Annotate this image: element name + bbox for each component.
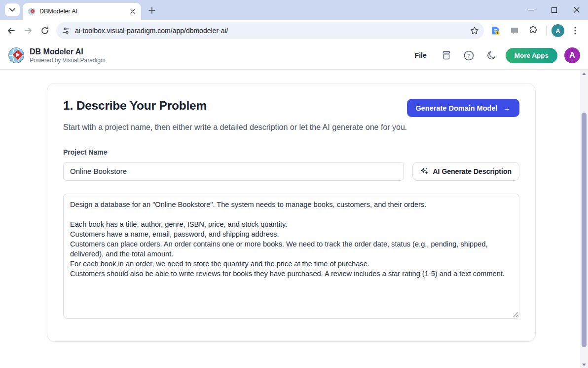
browser-profile-avatar[interactable]: A bbox=[551, 24, 564, 37]
chevron-down-icon bbox=[9, 8, 15, 12]
help-icon[interactable]: ? bbox=[460, 46, 478, 64]
site-settings-icon[interactable] bbox=[62, 27, 70, 35]
maximize-icon bbox=[551, 7, 557, 13]
sparkles-icon bbox=[420, 167, 429, 175]
browser-menu-dots-icon[interactable] bbox=[567, 23, 583, 39]
scrollbar-down-arrow[interactable] bbox=[580, 361, 588, 368]
describe-problem-card: 1. Describe Your Problem Generate Domain… bbox=[47, 83, 536, 342]
main-content: 1. Describe Your Problem Generate Domain… bbox=[0, 70, 580, 368]
close-icon bbox=[574, 7, 580, 13]
minimize-button[interactable] bbox=[520, 0, 543, 20]
plus-icon bbox=[148, 7, 155, 14]
tab-search-button[interactable] bbox=[5, 3, 20, 16]
back-arrow-icon bbox=[7, 26, 16, 35]
page-scrollbar[interactable] bbox=[580, 70, 588, 368]
chat-bubble-icon[interactable] bbox=[507, 23, 522, 39]
generate-button-label: Generate Domain Model bbox=[416, 104, 498, 112]
app-logo bbox=[8, 47, 25, 64]
close-window-button[interactable] bbox=[565, 0, 588, 20]
app-user-avatar[interactable]: A bbox=[564, 47, 580, 63]
bookmark-star-icon[interactable] bbox=[470, 26, 479, 35]
browser-titlebar: DBModeler AI bbox=[0, 0, 588, 20]
svg-text:?: ? bbox=[468, 52, 471, 58]
back-button[interactable] bbox=[3, 22, 20, 39]
project-name-input[interactable] bbox=[63, 162, 404, 181]
problem-description-textarea[interactable]: Design a database for an "Online Booksto… bbox=[63, 194, 519, 319]
triangle-up-icon bbox=[582, 73, 586, 75]
ai-generate-button-label: AI Generate Description bbox=[433, 167, 512, 175]
minimize-icon bbox=[528, 10, 534, 10]
app-brand: DB Modeler AI Powered by Visual Paradigm bbox=[8, 47, 106, 64]
maximize-button[interactable] bbox=[543, 0, 565, 20]
window-controls bbox=[520, 0, 588, 20]
ai-generate-description-button[interactable]: AI Generate Description bbox=[412, 162, 520, 181]
triangle-down-icon bbox=[582, 364, 586, 366]
reload-button[interactable] bbox=[37, 22, 53, 39]
file-menu[interactable]: File bbox=[409, 48, 433, 62]
powered-by: Powered by Visual Paradigm bbox=[30, 57, 106, 64]
site-favicon bbox=[28, 7, 36, 15]
app-title: DB Modeler AI bbox=[30, 47, 106, 56]
section-title: 1. Describe Your Problem bbox=[63, 99, 207, 113]
browser-tab[interactable]: DBModeler AI bbox=[23, 3, 141, 20]
generate-domain-model-button[interactable]: Generate Domain Model → bbox=[407, 99, 519, 117]
forward-button[interactable] bbox=[20, 22, 37, 39]
more-apps-button[interactable]: More Apps bbox=[506, 48, 557, 63]
url-text[interactable]: ai-toolbox.visual-paradigm.com/app/dbmod… bbox=[75, 27, 465, 35]
tab-close-icon[interactable] bbox=[128, 7, 137, 16]
tab-title: DBModeler AI bbox=[39, 8, 124, 15]
arrow-right-icon: → bbox=[504, 104, 511, 112]
browser-toolbar: ai-toolbox.visual-paradigm.com/app/dbmod… bbox=[0, 20, 588, 41]
toolbar-divider bbox=[546, 26, 547, 36]
app-header: DB Modeler AI Powered by Visual Paradigm… bbox=[0, 41, 588, 70]
doc-download-extension-icon[interactable] bbox=[488, 23, 504, 39]
forward-arrow-icon bbox=[24, 26, 33, 35]
app-header-right: File ? More Apps A bbox=[409, 46, 580, 64]
new-tab-button[interactable] bbox=[145, 3, 159, 17]
project-name-label: Project Name bbox=[63, 148, 519, 156]
scrollbar-thumb[interactable] bbox=[582, 113, 587, 347]
section-subtitle: Start with a project name, then either w… bbox=[63, 122, 410, 134]
reload-icon bbox=[40, 26, 49, 35]
dark-mode-moon-icon[interactable] bbox=[483, 46, 501, 64]
address-bar[interactable]: ai-toolbox.visual-paradigm.com/app/dbmod… bbox=[56, 22, 484, 39]
toolbar-right: A bbox=[487, 23, 583, 39]
extensions-puzzle-icon[interactable] bbox=[525, 23, 541, 39]
visual-paradigm-link[interactable]: Visual Paradigm bbox=[63, 57, 106, 64]
scrollbar-up-arrow[interactable] bbox=[580, 70, 588, 77]
archive-icon[interactable] bbox=[438, 46, 455, 64]
